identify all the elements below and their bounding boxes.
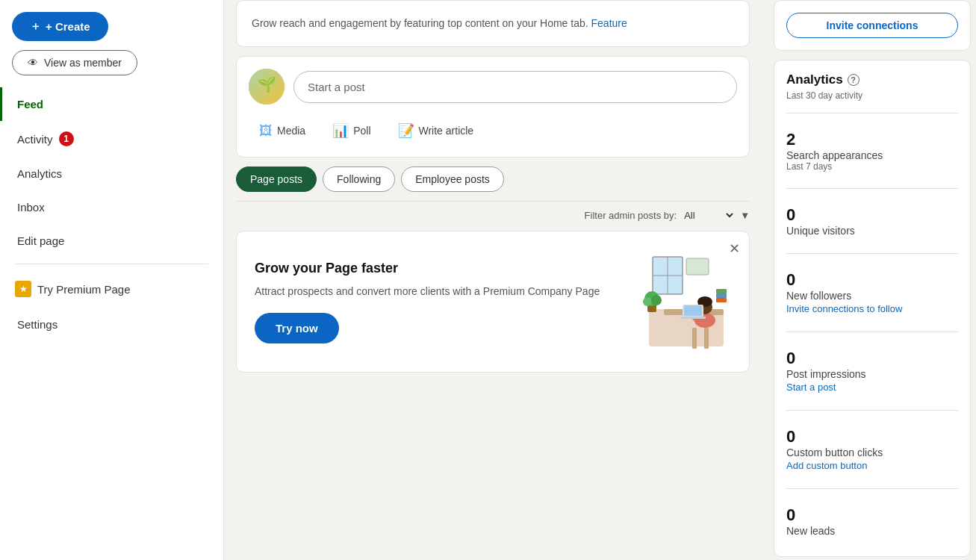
sidebar-item-activity[interactable]: Activity 1 — [0, 121, 223, 157]
write-article-label: Write article — [419, 125, 474, 137]
search-appearances-sublabel: Last 7 days — [786, 161, 958, 172]
post-impressions-num: 0 — [786, 349, 958, 368]
try-now-button[interactable]: Try now — [255, 313, 339, 343]
tab-employee-posts[interactable]: Employee posts — [401, 167, 504, 192]
svg-rect-13 — [692, 328, 697, 349]
avatar: 🌱 — [249, 69, 285, 105]
posts-tabs: Page posts Following Employee posts — [236, 167, 750, 192]
edit-page-label: Edit page — [17, 234, 64, 247]
filter-row: Filter admin posts by: All My posts ▼ — [236, 201, 750, 222]
svg-text:🌱: 🌱 — [258, 75, 276, 93]
create-button[interactable]: ＋ + Create — [12, 12, 108, 41]
svg-point-11 — [651, 295, 662, 305]
stat-new-followers: 0 New followers Invite connections to fo… — [786, 263, 958, 323]
feature-card: Grow reach and engagement by featuring t… — [236, 0, 750, 47]
media-label: Media — [277, 125, 305, 137]
svg-rect-22 — [716, 298, 727, 302]
sidebar-item-settings[interactable]: Settings — [0, 308, 223, 341]
stat-unique-visitors: 0 Unique visitors — [786, 198, 958, 244]
sidebar-item-feed[interactable]: Feed — [0, 87, 223, 121]
premium-label: Try Premium Page — [37, 283, 130, 296]
start-post-input[interactable]: Start a post — [293, 71, 737, 103]
media-button[interactable]: 🖼 Media — [249, 116, 316, 145]
stat-new-leads: 0 New leads — [786, 498, 958, 544]
nav-divider — [15, 264, 208, 264]
stat-custom-button-clicks: 0 Custom button clicks Add custom button — [786, 420, 958, 479]
eye-icon: 👁 — [28, 57, 38, 69]
analytics-subtitle: Last 30 day activity — [786, 90, 958, 101]
add-custom-button-link[interactable]: Add custom button — [786, 460, 867, 471]
invite-connections-follow-link[interactable]: Invite connections to follow — [786, 303, 902, 314]
sidebar-nav: Feed Activity 1 Analytics Inbox Edit pag… — [0, 87, 223, 341]
new-followers-num: 0 — [786, 270, 958, 290]
analytics-title-text: Analytics — [786, 72, 843, 87]
sidebar-item-inbox[interactable]: Inbox — [0, 190, 223, 224]
create-label: + Create — [46, 20, 90, 33]
svg-rect-21 — [680, 317, 706, 319]
media-icon: 🖼 — [259, 123, 273, 139]
invite-connections-card: Invite connections — [774, 0, 971, 51]
unique-visitors-num: 0 — [786, 205, 958, 225]
post-impressions-label: Post impressions — [786, 368, 958, 380]
svg-rect-20 — [684, 305, 702, 316]
tab-page-posts[interactable]: Page posts — [236, 167, 317, 192]
sidebar-item-premium[interactable]: ★ Try Premium Page — [0, 270, 223, 308]
help-icon[interactable]: ? — [848, 74, 860, 86]
analytics-card: Analytics ? Last 30 day activity 2 Searc… — [774, 60, 971, 557]
chevron-down-icon: ▼ — [740, 210, 750, 221]
poll-label: Poll — [353, 125, 370, 137]
feature-link[interactable]: Feature — [591, 17, 627, 29]
filter-select[interactable]: All My posts — [681, 209, 736, 222]
custom-button-clicks-num: 0 — [786, 427, 958, 447]
feature-card-text: Grow reach and engagement by featuring t… — [252, 16, 734, 31]
new-leads-label: New leads — [786, 525, 958, 537]
left-sidebar: ＋ + Create 👁 View as member Feed Activit… — [0, 0, 224, 560]
unique-visitors-label: Unique visitors — [786, 225, 958, 237]
svg-rect-7 — [686, 258, 709, 275]
plus-icon: ＋ — [30, 19, 41, 34]
new-leads-num: 0 — [786, 505, 958, 525]
inbox-label: Inbox — [17, 201, 45, 214]
article-icon: 📝 — [398, 122, 414, 139]
search-appearances-num: 2 — [786, 130, 958, 149]
post-creation-card: 🌱 Start a post 🖼 Media 📊 Poll 📝 Write ar… — [236, 56, 750, 158]
settings-label: Settings — [17, 318, 57, 331]
filter-label: Filter admin posts by: — [585, 210, 677, 221]
stat-post-impressions: 0 Post impressions Start a post — [786, 341, 958, 401]
poll-icon: 📊 — [332, 122, 349, 139]
analytics-label: Analytics — [17, 167, 62, 180]
start-post-placeholder: Start a post — [308, 81, 365, 93]
view-member-label: View as member — [44, 57, 122, 69]
stat-search-appearances: 2 Search appearances Last 7 days — [786, 122, 958, 179]
new-followers-label: New followers — [786, 290, 958, 302]
activity-label: Activity — [17, 133, 53, 146]
grow-card-illustration — [641, 249, 731, 354]
grow-card-description: Attract prospects and convert more clien… — [255, 284, 630, 299]
write-article-button[interactable]: 📝 Write article — [388, 116, 485, 145]
sidebar-item-analytics[interactable]: Analytics — [0, 157, 223, 190]
svg-rect-14 — [704, 328, 709, 349]
grow-card-title: Grow your Page faster — [255, 261, 630, 276]
grow-page-card: ✕ Grow your Page faster Attract prospect… — [236, 231, 750, 373]
main-content: Grow reach and engagement by featuring t… — [224, 0, 762, 560]
post-action-bar: 🖼 Media 📊 Poll 📝 Write article — [249, 116, 737, 145]
activity-badge: 1 — [59, 131, 74, 146]
svg-rect-23 — [716, 293, 727, 298]
invite-connections-button[interactable]: Invite connections — [786, 13, 958, 38]
svg-point-10 — [643, 297, 652, 306]
right-sidebar: Invite connections Analytics ? Last 30 d… — [762, 0, 971, 560]
svg-rect-24 — [716, 289, 727, 293]
feed-label: Feed — [17, 98, 43, 111]
start-post-link[interactable]: Start a post — [786, 382, 836, 393]
premium-icon: ★ — [15, 281, 31, 297]
poll-button[interactable]: 📊 Poll — [322, 116, 381, 145]
tab-following[interactable]: Following — [323, 167, 395, 192]
sidebar-item-edit-page[interactable]: Edit page — [0, 224, 223, 258]
custom-button-clicks-label: Custom button clicks — [786, 447, 958, 458]
search-appearances-label: Search appearances — [786, 149, 958, 161]
view-as-member-button[interactable]: 👁 View as member — [12, 50, 137, 75]
close-card-button[interactable]: ✕ — [729, 240, 740, 257]
